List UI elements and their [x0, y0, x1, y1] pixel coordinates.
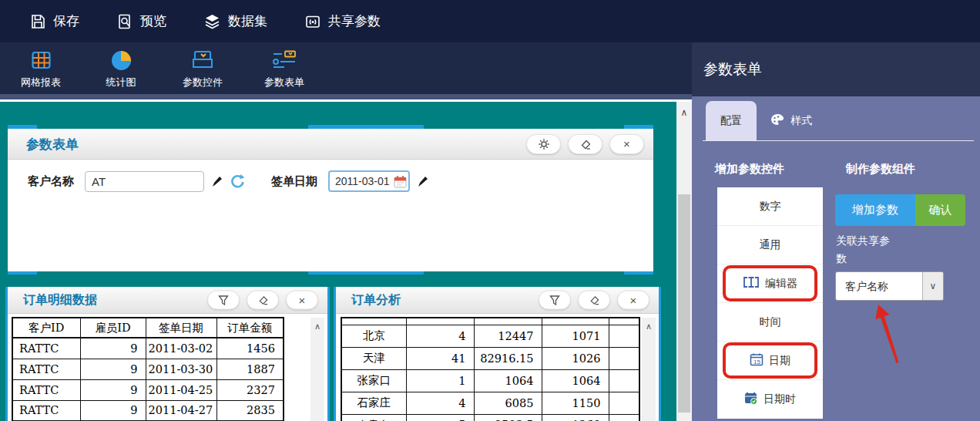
- save-label: 保存: [53, 12, 79, 30]
- close-button[interactable]: ×: [609, 134, 644, 154]
- table-row: 秦皇岛59503.51260: [341, 414, 639, 421]
- grid-report-icon: [5, 48, 76, 72]
- order-detail-panel: 订单明细数据 × 客户ID 雇员ID 签单日期 订单金额 RATTC92011-…: [5, 287, 330, 421]
- table-cell: [609, 369, 639, 392]
- control-item-general[interactable]: 通用: [717, 226, 823, 264]
- filter-button[interactable]: [207, 291, 240, 310]
- control-type-list: 数字 通用 编辑器 时间 15 日期 日期时: [717, 187, 823, 419]
- table-cell: 4: [406, 325, 474, 347]
- param-form-tool[interactable]: 参数表单: [249, 48, 320, 89]
- close-icon: ×: [630, 294, 637, 307]
- customer-name-label: 客户名称: [28, 174, 74, 189]
- close-button[interactable]: ×: [617, 291, 649, 310]
- scroll-up-icon[interactable]: ∧: [676, 102, 692, 118]
- chevron-down-icon[interactable]: ∨: [922, 272, 943, 300]
- table-row: 张家口110641064: [341, 369, 639, 392]
- clear-button[interactable]: [578, 291, 610, 310]
- param-control-icon: [167, 48, 238, 72]
- close-button[interactable]: ×: [286, 291, 318, 310]
- table-cell: 82916.15: [474, 347, 542, 369]
- table-cell: 天津: [341, 347, 406, 369]
- tab-style[interactable]: 样式: [770, 113, 812, 129]
- control-item-editor[interactable]: 编辑器: [717, 264, 823, 303]
- canvas-scrollbar[interactable]: ∧: [676, 102, 692, 421]
- param-form-panel: 参数表单 × 客户名称 签单日期: [8, 129, 653, 271]
- top-menubar: 保存 预览 数据集 共享参数: [0, 0, 980, 42]
- preview-button[interactable]: 预览: [116, 12, 166, 30]
- divider: [703, 140, 974, 141]
- scrollbar-thumb[interactable]: [678, 194, 690, 413]
- filter-button[interactable]: [539, 291, 571, 310]
- order-detail-panel-title: 订单明细数据: [23, 292, 97, 308]
- sign-date-label: 签单日期: [271, 174, 317, 189]
- table-cell: 1260: [542, 414, 609, 421]
- control-item-label: 日期时: [764, 392, 796, 406]
- shared-params-button[interactable]: 共享参数: [304, 12, 381, 30]
- table-cell: [609, 347, 639, 369]
- table-row: RATTC92011-04-252327: [12, 379, 284, 400]
- table-cell: 2835: [216, 400, 284, 421]
- shared-param-dropdown[interactable]: 客户名称 ∨: [835, 271, 944, 301]
- table-scrollbar[interactable]: ∧: [310, 318, 324, 421]
- table-cell: 2011-03-02: [146, 338, 216, 359]
- edit-pen-icon[interactable]: [211, 175, 223, 187]
- component-toolbar: 网格报表 统计图 参数控件 参数表单: [0, 42, 692, 94]
- order-analysis-panel-header: 订单分析 ×: [336, 287, 659, 314]
- table-cell: 1064: [542, 369, 609, 392]
- scroll-up-icon[interactable]: ∧: [310, 318, 324, 332]
- properties-panel-title: 参数表单: [703, 59, 762, 79]
- param-form-fields: 客户名称 签单日期: [28, 170, 428, 192]
- order-analysis-panel: 订单分析 × 北京4124471071天津4182916.151026张家口11…: [334, 287, 661, 421]
- table-cell: [609, 392, 639, 414]
- control-item-date[interactable]: 15 日期: [717, 342, 823, 380]
- table-cell: [609, 414, 639, 421]
- param-form-panel-title: 参数表单: [26, 136, 79, 153]
- edit-pen-icon[interactable]: [417, 175, 428, 187]
- column-header: 订单金额: [216, 318, 284, 338]
- param-control-label: 参数控件: [167, 76, 238, 89]
- palette-icon: [770, 113, 785, 129]
- grid-report-tool[interactable]: 网格报表: [5, 48, 76, 89]
- refresh-icon[interactable]: [230, 173, 245, 189]
- save-button[interactable]: 保存: [29, 12, 79, 30]
- tab-config[interactable]: 配置: [706, 101, 757, 140]
- chart-tool[interactable]: 统计图: [86, 48, 156, 89]
- confirm-button[interactable]: 确认: [915, 194, 965, 226]
- table-cell: 秦皇岛: [341, 414, 406, 421]
- table-cell: 1071: [542, 325, 609, 347]
- calendar-icon[interactable]: [394, 175, 407, 191]
- chart-icon: [86, 48, 156, 72]
- table-cell: 4: [406, 392, 474, 414]
- param-form-icon: [249, 48, 320, 72]
- table-cell: 9: [80, 338, 146, 359]
- clear-button[interactable]: [247, 291, 279, 310]
- table-row: RATTC92011-04-272835: [12, 400, 284, 421]
- scroll-up-icon[interactable]: ∧: [642, 318, 656, 332]
- control-item-time[interactable]: 时间: [717, 303, 823, 342]
- table-cell: 1064: [474, 369, 542, 392]
- control-item-label: 时间: [760, 315, 781, 329]
- save-icon: [29, 13, 46, 30]
- add-param-button[interactable]: 增加参数: [835, 194, 915, 226]
- table-cell: 1150: [542, 392, 609, 414]
- table-row: RATTC92011-03-021456: [12, 338, 284, 359]
- settings-button[interactable]: [526, 134, 561, 154]
- table-cell: 2011-03-30: [146, 359, 216, 379]
- dataset-label: 数据集: [228, 12, 267, 30]
- control-item-number[interactable]: 数字: [717, 187, 823, 226]
- table-scrollbar[interactable]: ∧: [642, 318, 656, 421]
- table-cell: 9: [80, 400, 146, 421]
- table-cell: 9503.5: [474, 414, 542, 421]
- make-component-section-title: 制作参数组件: [846, 162, 915, 177]
- svg-text:15: 15: [753, 359, 760, 365]
- table-cell: 2011-04-25: [146, 379, 216, 400]
- control-item-datetime[interactable]: 日期时: [717, 380, 823, 419]
- clear-button[interactable]: [568, 134, 602, 154]
- customer-name-input[interactable]: [85, 171, 204, 192]
- dataset-button[interactable]: 数据集: [203, 12, 267, 30]
- gear-icon: [538, 138, 550, 150]
- param-control-tool[interactable]: 参数控件: [167, 48, 238, 89]
- table-header-row: 客户ID 雇员ID 签单日期 订单金额: [12, 318, 284, 338]
- close-icon: ×: [623, 137, 630, 150]
- table-cell: 6085: [474, 392, 542, 414]
